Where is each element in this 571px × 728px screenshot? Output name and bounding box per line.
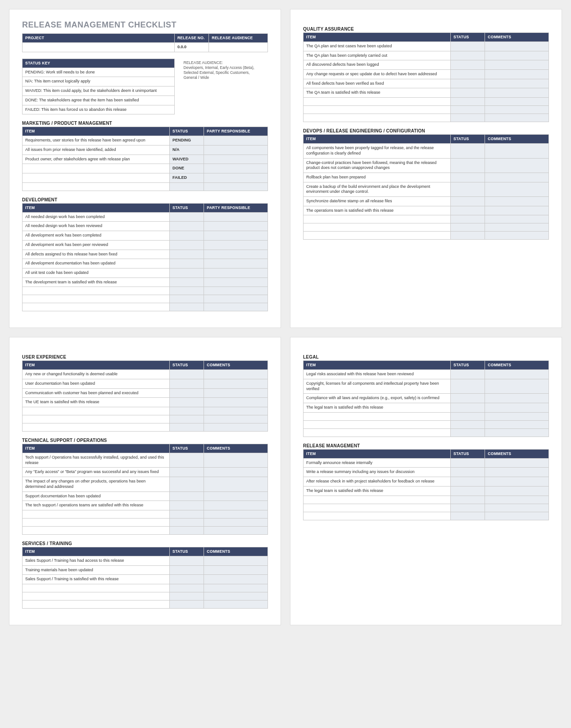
item-cell[interactable]: The UE team is satisfied with this relea… bbox=[23, 398, 170, 407]
status-cell[interactable] bbox=[170, 423, 204, 432]
third-cell[interactable] bbox=[204, 398, 268, 407]
third-cell[interactable] bbox=[485, 379, 549, 393]
status-cell[interactable] bbox=[451, 88, 485, 98]
item-cell[interactable]: User documentation has been updated bbox=[23, 379, 170, 388]
item-cell[interactable]: All discovered defects have been logged bbox=[304, 60, 451, 70]
status-cell[interactable] bbox=[170, 388, 204, 398]
third-cell[interactable] bbox=[204, 173, 268, 183]
item-cell[interactable]: Any change requests or spec update due t… bbox=[304, 70, 451, 79]
item-cell[interactable] bbox=[23, 584, 170, 592]
third-cell[interactable] bbox=[204, 491, 268, 501]
third-cell[interactable] bbox=[204, 303, 268, 311]
third-cell[interactable] bbox=[204, 145, 268, 155]
third-cell[interactable] bbox=[485, 215, 549, 223]
item-cell[interactable] bbox=[304, 412, 451, 420]
item-cell[interactable]: Support documentation has been updated bbox=[23, 491, 170, 501]
third-cell[interactable] bbox=[485, 60, 549, 70]
item-cell[interactable]: The tech support / operations teams are … bbox=[23, 501, 170, 510]
status-cell[interactable] bbox=[451, 144, 485, 158]
item-cell[interactable] bbox=[23, 287, 170, 295]
item-cell[interactable]: All components have been properly tagged… bbox=[304, 144, 451, 158]
status-cell[interactable] bbox=[170, 370, 204, 379]
third-cell[interactable] bbox=[204, 240, 268, 250]
third-cell[interactable] bbox=[204, 556, 268, 565]
status-cell[interactable] bbox=[451, 394, 485, 403]
status-cell[interactable]: DONE bbox=[170, 164, 204, 173]
item-cell[interactable]: The QA plan has been completely carried … bbox=[304, 51, 451, 60]
status-cell[interactable] bbox=[451, 458, 485, 468]
status-cell[interactable] bbox=[170, 584, 204, 592]
item-cell[interactable] bbox=[304, 496, 451, 504]
item-cell[interactable]: Synchronize date/time stamp on all relea… bbox=[304, 197, 451, 206]
item-cell[interactable] bbox=[304, 106, 451, 114]
item-cell[interactable]: All needed design work has been reviewed bbox=[23, 222, 170, 231]
third-cell[interactable] bbox=[485, 412, 549, 420]
item-cell[interactable]: Rollback plan has been prepared bbox=[304, 173, 451, 182]
third-cell[interactable] bbox=[204, 575, 268, 584]
item-cell[interactable] bbox=[23, 407, 170, 415]
status-cell[interactable] bbox=[451, 232, 485, 240]
third-cell[interactable] bbox=[204, 370, 268, 379]
item-cell[interactable] bbox=[23, 173, 170, 183]
status-cell[interactable] bbox=[170, 592, 204, 601]
item-cell[interactable]: Create a backup of the build environment… bbox=[304, 182, 451, 196]
status-cell[interactable] bbox=[170, 453, 204, 468]
status-cell[interactable] bbox=[451, 182, 485, 196]
item-cell[interactable] bbox=[304, 232, 451, 240]
status-cell[interactable] bbox=[451, 42, 485, 51]
item-cell[interactable] bbox=[23, 592, 170, 601]
third-cell[interactable] bbox=[485, 370, 549, 379]
item-cell[interactable]: Any "Early access" or "Beta" program was… bbox=[23, 468, 170, 477]
status-cell[interactable] bbox=[451, 496, 485, 504]
status-cell[interactable] bbox=[170, 565, 204, 575]
third-cell[interactable] bbox=[485, 98, 549, 106]
item-cell[interactable]: Tech support / Operations has successful… bbox=[23, 453, 170, 468]
third-cell[interactable] bbox=[485, 197, 549, 206]
third-cell[interactable] bbox=[204, 510, 268, 518]
third-cell[interactable] bbox=[204, 453, 268, 468]
third-cell[interactable] bbox=[204, 259, 268, 268]
item-cell[interactable] bbox=[23, 601, 170, 609]
item-cell[interactable] bbox=[23, 164, 170, 173]
item-cell[interactable]: All issues from prior release have ident… bbox=[23, 145, 170, 155]
status-cell[interactable] bbox=[451, 477, 485, 487]
status-cell[interactable] bbox=[170, 510, 204, 518]
item-cell[interactable]: Any new or changed functionality is deem… bbox=[23, 370, 170, 379]
status-cell[interactable] bbox=[451, 51, 485, 60]
status-cell[interactable] bbox=[451, 197, 485, 206]
third-cell[interactable] bbox=[485, 206, 549, 215]
third-cell[interactable] bbox=[204, 182, 268, 191]
item-cell[interactable]: All development work has been completed bbox=[23, 231, 170, 241]
status-cell[interactable] bbox=[170, 268, 204, 278]
item-cell[interactable]: The legal team is satisfied with this re… bbox=[304, 486, 451, 496]
item-cell[interactable]: Product owner, other stakeholders agree … bbox=[23, 155, 170, 164]
status-cell[interactable] bbox=[451, 60, 485, 70]
third-cell[interactable] bbox=[204, 592, 268, 601]
status-cell[interactable] bbox=[451, 428, 485, 437]
item-cell[interactable]: All unit test code has been updated bbox=[23, 268, 170, 278]
item-cell[interactable] bbox=[304, 428, 451, 437]
third-cell[interactable] bbox=[204, 477, 268, 491]
third-cell[interactable] bbox=[485, 173, 549, 182]
status-cell[interactable] bbox=[451, 114, 485, 122]
status-cell[interactable] bbox=[451, 370, 485, 379]
status-cell[interactable] bbox=[170, 526, 204, 534]
third-cell[interactable] bbox=[485, 223, 549, 232]
status-cell[interactable] bbox=[451, 403, 485, 413]
third-cell[interactable] bbox=[485, 403, 549, 413]
status-cell[interactable] bbox=[170, 250, 204, 259]
status-cell[interactable] bbox=[451, 215, 485, 223]
status-cell[interactable] bbox=[170, 231, 204, 241]
status-cell[interactable] bbox=[451, 70, 485, 79]
item-cell[interactable]: After release check in with project stak… bbox=[304, 477, 451, 487]
status-cell[interactable] bbox=[170, 407, 204, 415]
third-cell[interactable] bbox=[485, 512, 549, 520]
third-cell[interactable] bbox=[485, 42, 549, 51]
third-cell[interactable] bbox=[485, 114, 549, 122]
status-cell[interactable] bbox=[170, 278, 204, 287]
third-cell[interactable] bbox=[204, 565, 268, 575]
item-cell[interactable] bbox=[304, 98, 451, 106]
item-cell[interactable]: All fixed defects have been verified as … bbox=[304, 79, 451, 88]
status-cell[interactable] bbox=[451, 486, 485, 496]
third-cell[interactable] bbox=[485, 496, 549, 504]
